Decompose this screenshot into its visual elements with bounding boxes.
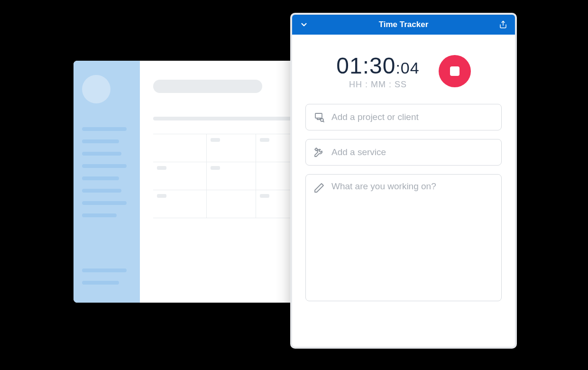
timer-readout: 01:30:04 HH : MM : SS bbox=[336, 53, 419, 90]
nav-item-placeholder bbox=[82, 127, 127, 131]
title-placeholder bbox=[153, 80, 262, 93]
service-field[interactable] bbox=[305, 139, 502, 166]
nav-item-placeholder bbox=[82, 281, 119, 285]
tracker-header: Time Tracker bbox=[292, 15, 515, 35]
stop-button[interactable] bbox=[439, 55, 471, 87]
notes-input[interactable] bbox=[331, 181, 494, 294]
nav-item-placeholder bbox=[82, 152, 121, 156]
collapse-icon[interactable] bbox=[299, 19, 309, 30]
nav-item-placeholder bbox=[82, 268, 127, 272]
project-input[interactable] bbox=[331, 112, 494, 122]
timer-unit-labels: HH : MM : SS bbox=[336, 80, 419, 90]
project-field[interactable] bbox=[305, 104, 502, 130]
timer-hh-mm: 01:30 bbox=[336, 53, 395, 79]
nav-item-placeholder bbox=[82, 213, 117, 217]
tracker-title: Time Tracker bbox=[309, 20, 498, 29]
svg-rect-1 bbox=[315, 113, 322, 118]
background-sidebar bbox=[74, 61, 140, 303]
service-input[interactable] bbox=[331, 147, 494, 157]
project-icon bbox=[313, 111, 325, 123]
tools-icon bbox=[313, 147, 325, 158]
notes-field[interactable] bbox=[305, 174, 502, 301]
stop-icon bbox=[450, 66, 459, 76]
timer-ss: :04 bbox=[395, 59, 419, 77]
nav-item-placeholder bbox=[82, 164, 127, 168]
avatar-placeholder bbox=[82, 75, 110, 103]
nav-item-placeholder bbox=[82, 176, 119, 180]
time-tracker-panel: Time Tracker 01:30:04 HH : MM : SS bbox=[290, 13, 517, 349]
nav-item-placeholder bbox=[82, 189, 121, 193]
share-icon[interactable] bbox=[498, 19, 508, 30]
pencil-icon bbox=[313, 182, 325, 194]
nav-item-placeholder bbox=[82, 201, 127, 205]
timer-area: 01:30:04 HH : MM : SS bbox=[292, 35, 515, 104]
nav-item-placeholder bbox=[82, 139, 119, 143]
